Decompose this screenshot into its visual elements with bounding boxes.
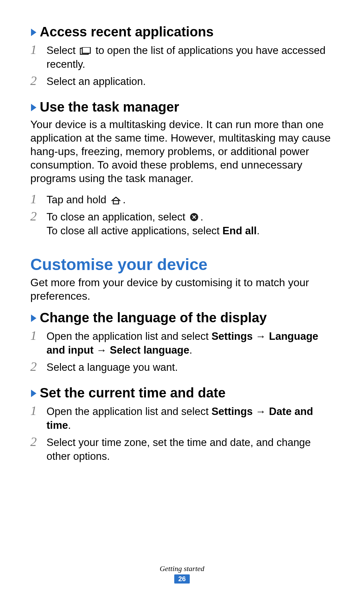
close-circle-icon — [189, 212, 199, 222]
text-fragment: . — [200, 211, 203, 223]
text-fragment: Open the application list and select — [47, 406, 211, 417]
heading-text: Access recent applications — [40, 24, 214, 39]
step-number: 1 — [30, 404, 47, 418]
page-footer: Getting started 26 — [0, 564, 364, 584]
bold-text: End all — [222, 225, 257, 237]
arrow-text: → — [253, 330, 269, 342]
text-fragment: . — [189, 344, 192, 356]
step-text: Select your time zone, set the time and … — [47, 435, 334, 464]
manual-page: Access recent applications 1 Select to o… — [0, 0, 364, 597]
subheading-recent: Access recent applications — [30, 24, 334, 40]
svg-marker-8 — [31, 315, 36, 322]
step-text: Tap and hold . — [47, 192, 334, 207]
steps-datetime: 1 Open the application list and select S… — [30, 404, 334, 464]
chevron-icon — [30, 389, 38, 398]
text-fragment: Open the application list and select — [47, 330, 211, 342]
bold-text: Settings — [211, 406, 252, 417]
step-number: 1 — [30, 42, 47, 57]
step-item: 2 Select your time zone, set the time an… — [30, 435, 334, 464]
text-fragment: To close all active applications, select — [47, 225, 222, 237]
chevron-icon — [30, 28, 38, 37]
step-number: 1 — [30, 192, 47, 207]
step-number: 2 — [30, 435, 47, 449]
step-text: Select to open the list of applications … — [47, 42, 334, 71]
step-item: 2 Select a language you want. — [30, 359, 334, 375]
text-fragment: . — [257, 225, 260, 237]
heading-text: Change the language of the display — [40, 310, 267, 325]
chevron-icon — [30, 314, 38, 323]
step-text: Open the application list and select Set… — [47, 404, 334, 432]
subheading-taskmgr: Use the task manager — [30, 99, 334, 115]
section-access-recent: Access recent applications 1 Select to o… — [30, 24, 334, 89]
text-fragment: Tap and hold — [47, 194, 109, 206]
step-number: 2 — [30, 73, 47, 88]
bold-text: Settings — [211, 330, 252, 342]
recent-apps-icon — [80, 47, 91, 55]
svg-rect-4 — [113, 201, 119, 204]
arrow-text: → — [253, 406, 269, 417]
step-item: 1 Select to open the list of application… — [30, 42, 334, 71]
home-icon — [111, 196, 121, 205]
intro-text: Your device is a multitasking device. It… — [30, 118, 334, 185]
steps-taskmgr: 1 Tap and hold . 2 To close an applicati… — [30, 192, 334, 238]
step-text: Select a language you want. — [47, 359, 334, 375]
text-fragment: Select — [47, 44, 79, 56]
svg-marker-3 — [31, 104, 36, 111]
step-text: To close an application, select . To clo… — [47, 209, 334, 238]
page-number: 26 — [174, 574, 190, 584]
footer-section-title: Getting started — [0, 564, 364, 573]
step-text: Select an application. — [47, 73, 334, 89]
subheading-language: Change the language of the display — [30, 309, 334, 326]
intro-text: Get more from your device by customising… — [30, 276, 334, 303]
chevron-icon — [30, 103, 38, 112]
step-item: 1 Tap and hold . — [30, 192, 334, 207]
step-item: 2 To close an application, select . To c… — [30, 209, 334, 238]
subheading-datetime: Set the current time and date — [30, 385, 334, 401]
text-fragment: . — [68, 419, 71, 431]
steps-recent: 1 Select to open the list of application… — [30, 42, 334, 89]
bold-text: Select language — [110, 344, 189, 356]
section-task-manager: Use the task manager Your device is a mu… — [30, 99, 334, 238]
step-number: 2 — [30, 359, 47, 374]
step-item: 1 Open the application list and select S… — [30, 328, 334, 357]
text-fragment: To close an application, select — [47, 211, 188, 223]
svg-marker-9 — [31, 390, 36, 397]
step-continuation: To close all active applications, select… — [47, 224, 334, 238]
section-language: Change the language of the display 1 Ope… — [30, 309, 334, 375]
steps-language: 1 Open the application list and select S… — [30, 328, 334, 375]
heading-text: Use the task manager — [40, 99, 179, 114]
arrow-text: → — [93, 344, 110, 356]
step-item: 1 Open the application list and select S… — [30, 404, 334, 432]
svg-rect-2 — [82, 47, 90, 53]
step-number: 2 — [30, 209, 47, 224]
main-heading-customise: Customise your device — [30, 255, 334, 274]
step-text: Open the application list and select Set… — [47, 328, 334, 357]
svg-marker-0 — [31, 29, 36, 36]
text-fragment: . — [123, 194, 126, 206]
step-number: 1 — [30, 328, 47, 343]
heading-text: Set the current time and date — [40, 385, 225, 400]
step-item: 2 Select an application. — [30, 73, 334, 89]
section-datetime: Set the current time and date 1 Open the… — [30, 385, 334, 464]
